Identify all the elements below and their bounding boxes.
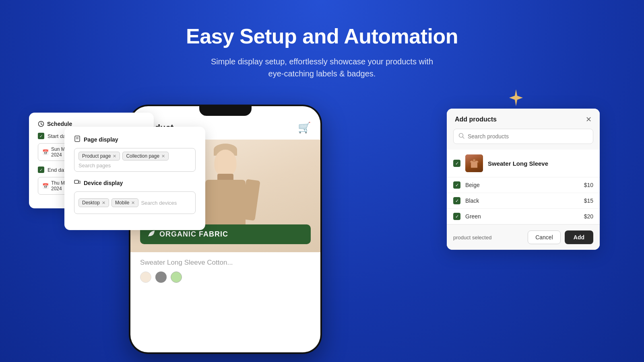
page-display-card: Page display Product page ✕ Collection p… [64, 127, 205, 230]
variant-green-price: $20 [584, 213, 593, 220]
svg-rect-4 [79, 181, 80, 183]
page-icon [74, 136, 80, 143]
tag-collection-page[interactable]: Collection page ✕ [122, 152, 169, 160]
device-search-placeholder: Search devices [141, 200, 177, 206]
phone-product-name: Sweater Long Sleeve Cotton... [130, 252, 320, 269]
tag-collection-page-close[interactable]: ✕ [161, 154, 165, 159]
tag-mobile-close[interactable]: ✕ [131, 200, 135, 206]
panel-footer: product selected Cancel Add [447, 224, 600, 250]
panel-search-input[interactable] [468, 133, 588, 140]
phone-swatches [130, 269, 320, 285]
product-main-checkbox[interactable]: ✓ [453, 160, 460, 167]
variant-item-beige: ✓ Beige $10 [447, 177, 600, 193]
svg-line-7 [463, 137, 464, 139]
tag-product-page[interactable]: Product page ✕ [78, 152, 120, 160]
start-date-checkbox[interactable]: ✓ [38, 133, 44, 139]
phone-notch [199, 105, 252, 116]
add-products-panel: Add products ✕ ✓ Sweate [447, 109, 600, 250]
end-date-checkbox[interactable]: ✓ [38, 167, 44, 173]
hero-subtitle: Simple display setup, effortlessly showc… [0, 56, 644, 80]
cancel-button[interactable]: Cancel [528, 230, 561, 244]
tag-mobile[interactable]: Mobile ✕ [111, 198, 138, 207]
swatch-beige[interactable] [140, 272, 151, 283]
calendar-icon-2: 📅 [42, 183, 49, 189]
add-button[interactable]: Add [565, 230, 593, 244]
product-main-item: ✓ Sweater Long Sleeve [447, 150, 600, 177]
panel-footer-selected-text: product selected [453, 234, 491, 241]
tag-product-page-close[interactable]: ✕ [113, 154, 116, 159]
panel-search-icon [458, 133, 464, 140]
swatch-green[interactable] [171, 272, 182, 283]
hero-section: Easy Setup and Automation Simple display… [0, 0, 644, 80]
tag-desktop-close[interactable]: ✕ [102, 200, 105, 206]
page-tags-input[interactable]: Product page ✕ Collection page ✕ Search … [74, 148, 196, 172]
device-display-section-title: Device display [74, 179, 196, 187]
variant-beige-price: $10 [584, 182, 593, 188]
calendar-icon: 📅 [42, 149, 49, 155]
variant-green-checkbox[interactable]: ✓ [453, 213, 460, 220]
variant-beige-name: Beige [465, 182, 579, 188]
panel-search-box[interactable] [453, 129, 593, 144]
device-tags-input[interactable]: Desktop ✕ Mobile ✕ Search devices [74, 191, 196, 214]
sweater-head [215, 150, 237, 176]
panel-title: Add products [455, 116, 497, 123]
hero-title: Easy Setup and Automation [0, 24, 644, 48]
page-search-placeholder: Search pages [78, 163, 111, 168]
variant-black-checkbox[interactable]: ✓ [453, 197, 460, 204]
panel-footer-buttons: Cancel Add [528, 230, 593, 244]
page-display-section-title: Page display [74, 136, 196, 143]
variant-green-name: Green [465, 213, 579, 220]
schedule-title: Schedule [38, 121, 145, 127]
svg-rect-3 [74, 180, 78, 183]
device-icon [74, 179, 80, 187]
product-thumbnail [465, 154, 483, 172]
swatch-gray[interactable] [155, 272, 167, 283]
variant-item-black: ✓ Black $15 [447, 193, 600, 209]
product-main-name: Sweater Long Sleeve [488, 160, 593, 167]
badge-leaf-icon [147, 229, 155, 239]
panel-close-button[interactable]: ✕ [586, 116, 592, 123]
variant-black-price: $15 [584, 197, 593, 204]
panel-header: Add products ✕ [447, 109, 600, 129]
tag-desktop[interactable]: Desktop ✕ [78, 198, 109, 207]
variant-black-name: Black [465, 197, 579, 204]
variant-beige-checkbox[interactable]: ✓ [453, 181, 460, 189]
variant-item-green: ✓ Green $20 [447, 209, 600, 224]
cart-icon[interactable]: 🛒 [298, 121, 311, 134]
